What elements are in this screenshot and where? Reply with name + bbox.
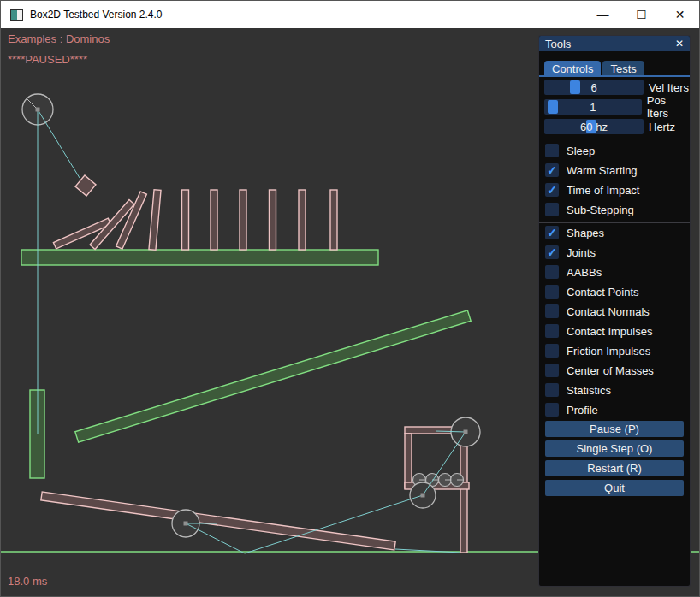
rope-to-box — [38, 109, 80, 178]
domino-platform — [21, 250, 378, 265]
checkbox[interactable] — [545, 285, 559, 298]
checkbox[interactable] — [545, 304, 559, 318]
checkmark-icon: ✓ — [547, 184, 557, 196]
tools-panel: Tools ✕ Controls Tests 6 Vel Iters 1 — [538, 35, 691, 587]
frame-time-label: 18.0 ms — [8, 575, 47, 588]
checkbox-label: Joints — [567, 246, 596, 259]
checkbox-label: Sleep — [567, 145, 595, 157]
checkbox-row[interactable]: ✓ Shapes — [545, 226, 604, 239]
hertz-slider[interactable]: 60 hz — [544, 119, 644, 134]
checkbox-row[interactable]: Statistics — [545, 383, 611, 397]
tools-panel-titlebar[interactable]: Tools ✕ — [539, 36, 690, 51]
checkmark-icon: ✓ — [547, 164, 557, 176]
paused-label: ****PAUSED**** — [8, 53, 87, 66]
domino[interactable] — [330, 190, 337, 250]
checkbox-label: Profile — [567, 404, 598, 417]
checkbox[interactable] — [545, 324, 559, 338]
window-titlebar: Box2D Testbed Version 2.4.0 — ☐ ✕ — [1, 1, 699, 28]
checkbox[interactable]: ✓ — [545, 183, 559, 197]
checkbox[interactable]: ✓ — [545, 163, 559, 177]
checkbox-row[interactable]: Sub-Stepping — [545, 203, 634, 216]
domino[interactable] — [270, 190, 276, 250]
center-marker — [36, 108, 40, 112]
frame-left-post[interactable] — [405, 434, 412, 488]
seesaw-plank[interactable] — [41, 492, 395, 550]
center-marker — [184, 522, 188, 526]
domino[interactable] — [299, 190, 306, 250]
slider-value: 60 hz — [544, 119, 644, 134]
checkbox-row[interactable]: ✓ Time of Impact — [545, 183, 639, 197]
separator — [539, 222, 690, 223]
checkbox[interactable]: ✓ — [545, 226, 559, 239]
checkbox[interactable] — [545, 383, 559, 397]
domino[interactable] — [182, 190, 189, 250]
domino[interactable] — [211, 190, 217, 250]
close-button[interactable]: ✕ — [661, 1, 699, 28]
separator — [539, 139, 690, 139]
center-marker — [421, 494, 425, 498]
slider-label: Hertz — [649, 121, 675, 133]
maximize-button[interactable]: ☐ — [622, 1, 661, 28]
checkbox-label: Contact Normals — [567, 305, 650, 318]
panel-close-icon[interactable]: ✕ — [673, 37, 686, 50]
checkbox-row[interactable]: Contact Points — [545, 285, 639, 298]
pendulum-box[interactable] — [75, 175, 96, 196]
tab-underline — [539, 75, 690, 77]
checkmark-icon: ✓ — [547, 227, 557, 239]
vel-iters-slider-row: 6 Vel Iters — [544, 80, 689, 95]
example-label: Examples : Dominos — [8, 33, 110, 45]
fallen-dominos[interactable] — [53, 190, 161, 250]
checkbox[interactable] — [545, 144, 559, 157]
checkbox-row[interactable]: Contact Impulses — [545, 324, 652, 338]
window-title: Box2D Testbed Version 2.4.0 — [30, 9, 163, 21]
hertz-slider-row: 60 hz Hertz — [544, 119, 675, 134]
checkbox-row[interactable]: Profile — [545, 403, 598, 417]
slider-label: Pos Iters — [647, 94, 690, 120]
slider-value: 1 — [544, 99, 642, 115]
panel-button[interactable]: Pause (P) — [545, 421, 684, 437]
checkbox[interactable] — [545, 265, 559, 279]
app-icon — [10, 9, 23, 21]
checkbox[interactable] — [545, 344, 559, 358]
checkbox-row[interactable]: Friction Impulses — [545, 344, 650, 358]
checkbox-row[interactable]: Center of Masses — [545, 364, 654, 377]
tab-tests[interactable]: Tests — [602, 61, 644, 76]
checkbox[interactable]: ✓ — [545, 245, 559, 259]
domino[interactable] — [240, 190, 246, 250]
checkbox[interactable] — [545, 403, 559, 417]
slider-value: 6 — [544, 80, 644, 95]
checkbox-row[interactable]: Sleep — [545, 144, 595, 157]
panel-button[interactable]: Restart (R) — [545, 460, 684, 476]
tilted-ramp — [75, 310, 471, 442]
checkbox-label: Warm Starting — [567, 164, 638, 177]
tab-controls[interactable]: Controls — [544, 61, 601, 76]
checkbox-label: AABBs — [567, 266, 602, 279]
checkbox-row[interactable]: Contact Normals — [545, 304, 650, 318]
frame-right-post[interactable] — [460, 430, 467, 553]
pos-iters-slider[interactable]: 1 — [544, 99, 642, 115]
minimize-button[interactable]: — — [584, 1, 622, 28]
panel-button[interactable]: Single Step (O) — [545, 440, 684, 457]
checkbox-row[interactable]: ✓ Joints — [545, 245, 596, 259]
checkbox-label: Statistics — [567, 384, 611, 397]
checkbox-label: Time of Impact — [567, 184, 639, 197]
panel-button[interactable]: Quit — [545, 480, 684, 496]
checkbox-label: Center of Masses — [567, 364, 654, 377]
standing-dominos[interactable] — [182, 190, 338, 250]
checkbox-label: Friction Impulses — [567, 345, 650, 358]
checkbox-row[interactable]: AABBs — [545, 265, 602, 279]
checkbox-label: Contact Impulses — [567, 325, 652, 338]
checkbox-label: Shapes — [567, 227, 604, 239]
checkmark-icon: ✓ — [547, 246, 557, 258]
simulation-canvas[interactable]: Examples : Dominos ****PAUSED**** 18.0 m… — [1, 28, 700, 597]
checkbox-row[interactable]: ✓ Warm Starting — [545, 163, 638, 177]
app-window: Box2D Testbed Version 2.4.0 — ☐ ✕ — [0, 0, 700, 597]
checkbox[interactable] — [545, 364, 559, 377]
tools-panel-title: Tools — [545, 38, 571, 50]
vel-iters-slider[interactable]: 6 — [544, 80, 644, 95]
center-marker — [464, 430, 468, 434]
checkbox[interactable] — [545, 203, 559, 216]
tab-bar: Controls Tests — [544, 61, 644, 76]
slider-label: Vel Iters — [649, 81, 689, 94]
domino[interactable] — [149, 190, 161, 250]
